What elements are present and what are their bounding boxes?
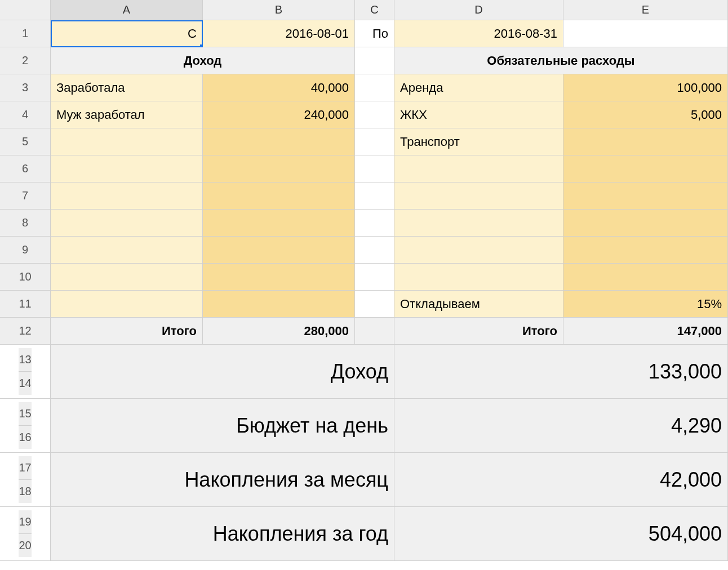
row-header-13-14[interactable]: 13 14 [0,345,51,399]
row-header-9[interactable]: 9 [0,237,51,264]
cell-e4[interactable]: 5,000 [563,101,728,128]
summary-value-1[interactable]: 4,290 [394,399,728,453]
cell-c12[interactable] [355,318,394,345]
cell-b10[interactable] [203,264,355,291]
cell-c8[interactable] [355,210,394,237]
row-header-11[interactable]: 11 [0,291,51,318]
cell-d3[interactable]: Аренда [394,74,563,101]
row-header-19-20[interactable]: 19 20 [0,507,51,561]
cell-b8[interactable] [203,210,355,237]
row-header-10[interactable]: 10 [0,264,51,291]
cell-b1[interactable]: 2016-08-01 [203,20,355,47]
summary-label-1[interactable]: Бюджет на день [51,399,394,453]
col-header-d[interactable]: D [394,0,563,20]
cell-e7[interactable] [563,182,728,210]
summary-label-2[interactable]: Накопления за месяц [51,453,394,507]
cell-c5[interactable] [355,128,394,155]
cell-c3[interactable] [355,74,394,101]
cell-e10[interactable] [563,264,728,291]
cell-c1[interactable]: По [355,20,394,47]
cell-a7[interactable] [51,182,203,210]
cell-e3[interactable]: 100,000 [563,74,728,101]
cell-c11[interactable] [355,291,394,318]
row-header-17-18[interactable]: 17 18 [0,453,51,507]
cell-d9[interactable] [394,237,563,264]
cell-d8[interactable] [394,210,563,237]
cell-d5[interactable]: Транспорт [394,128,563,155]
row-header-4[interactable]: 4 [0,101,51,128]
income-total-value[interactable]: 280,000 [203,318,355,345]
cell-c10[interactable] [355,264,394,291]
cell-c2[interactable] [355,47,394,74]
cell-b7[interactable] [203,182,355,210]
cell-c4[interactable] [355,101,394,128]
expenses-total-value[interactable]: 147,000 [563,318,728,345]
cell-e6[interactable] [563,155,728,182]
cell-a5[interactable] [51,128,203,155]
row-header-1[interactable]: 1 [0,20,51,47]
summary-label-3[interactable]: Накопления за год [51,507,394,561]
cell-e9[interactable] [563,237,728,264]
cell-c6[interactable] [355,155,394,182]
col-header-a[interactable]: A [51,0,203,20]
cell-a4[interactable]: Муж заработал [51,101,203,128]
cell-e5[interactable] [563,128,728,155]
row-header-2[interactable]: 2 [0,47,51,74]
cell-d11[interactable]: Откладываем [394,291,563,318]
cell-d4[interactable]: ЖКХ [394,101,563,128]
cell-e8[interactable] [563,210,728,237]
cell-a9[interactable] [51,237,203,264]
cell-b6[interactable] [203,155,355,182]
cell-a11[interactable] [51,291,203,318]
cell-c7[interactable] [355,182,394,210]
row-header-6[interactable]: 6 [0,155,51,182]
cell-b5[interactable] [203,128,355,155]
row-header-15-16[interactable]: 15 16 [0,399,51,453]
income-header[interactable]: Доход [51,47,355,74]
cell-b9[interactable] [203,237,355,264]
cell-e1[interactable] [563,20,728,47]
row-header-3[interactable]: 3 [0,74,51,101]
summary-label-0[interactable]: Доход [51,345,394,399]
expenses-header[interactable]: Обязательные расходы [394,47,728,74]
income-total-label[interactable]: Итого [51,318,203,345]
summary-value-2[interactable]: 42,000 [394,453,728,507]
select-all-corner[interactable] [0,0,51,20]
cell-a1[interactable]: С [51,20,203,47]
summary-value-3[interactable]: 504,000 [394,507,728,561]
cell-d10[interactable] [394,264,563,291]
cell-a6[interactable] [51,155,203,182]
cell-a3[interactable]: Заработала [51,74,203,101]
row-header-8[interactable]: 8 [0,210,51,237]
row-header-7[interactable]: 7 [0,182,51,210]
cell-b4[interactable]: 240,000 [203,101,355,128]
row-header-12[interactable]: 12 [0,318,51,345]
cell-d1[interactable]: 2016-08-31 [394,20,563,47]
cell-d6[interactable] [394,155,563,182]
cell-c9[interactable] [355,237,394,264]
cell-e11[interactable]: 15% [563,291,728,318]
col-header-e[interactable]: E [563,0,728,20]
expenses-total-label[interactable]: Итого [394,318,563,345]
row-header-5[interactable]: 5 [0,128,51,155]
spreadsheet-grid[interactable]: A B C D E 1 С 2016-08-01 По 2016-08-31 2… [0,0,728,561]
col-header-b[interactable]: B [203,0,355,20]
cell-b11[interactable] [203,291,355,318]
col-header-c[interactable]: C [355,0,394,20]
cell-d7[interactable] [394,182,563,210]
summary-value-0[interactable]: 133,000 [394,345,728,399]
cell-b3[interactable]: 40,000 [203,74,355,101]
cell-a10[interactable] [51,264,203,291]
cell-a8[interactable] [51,210,203,237]
